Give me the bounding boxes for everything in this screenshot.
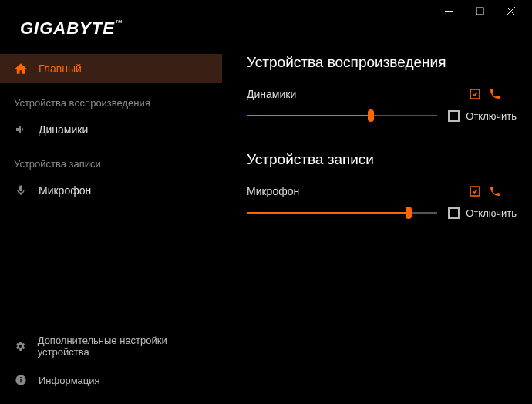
svg-rect-6 (20, 377, 21, 378)
minimize-button[interactable] (433, 0, 464, 22)
playback-device-label: Динамики (247, 88, 469, 100)
recording-title: Устройства записи (247, 151, 517, 168)
main-panel: Устройства воспроизведения Динамики (222, 22, 532, 404)
close-icon (507, 7, 515, 15)
recording-volume-slider[interactable] (247, 205, 437, 221)
sidebar-info[interactable]: Информация (0, 365, 222, 395)
sidebar-advanced[interactable]: Дополнительные настройки устройства (0, 327, 222, 365)
sidebar-speakers-label: Динамики (39, 123, 88, 136)
close-button[interactable] (495, 0, 526, 22)
sidebar-microphone-label: Микрофон (39, 184, 91, 197)
default-device-icon[interactable] (469, 88, 481, 100)
sidebar-recording-header: Устройства записи (0, 144, 222, 176)
sidebar-info-label: Информация (39, 375, 100, 386)
recording-device-label: Микрофон (247, 185, 469, 197)
nav-home-label: Главный (39, 62, 82, 75)
playback-section: Устройства воспроизведения Динамики (247, 54, 517, 123)
maximize-button[interactable] (464, 0, 495, 22)
home-icon (14, 62, 28, 76)
svg-rect-5 (20, 379, 21, 383)
maximize-icon (476, 7, 484, 15)
sidebar: Главный Устройства воспроизведения Динам… (0, 22, 222, 404)
recording-mute-label: Отключить (466, 207, 517, 219)
microphone-icon (14, 183, 28, 197)
sidebar-microphone[interactable]: Микрофон (0, 176, 222, 205)
playback-title: Устройства воспроизведения (247, 54, 517, 71)
default-device-icon[interactable] (469, 185, 481, 197)
playback-mute-checkbox[interactable] (448, 110, 460, 122)
communication-device-icon[interactable] (489, 185, 501, 197)
brand-logo: GIGABYTE™ (20, 19, 123, 39)
recording-section: Устройства записи Микрофон (247, 151, 517, 221)
info-icon (14, 373, 28, 387)
communication-device-icon[interactable] (489, 88, 501, 100)
sidebar-advanced-label: Дополнительные настройки устройства (38, 335, 208, 358)
speaker-icon (14, 123, 28, 136)
sidebar-speakers[interactable]: Динамики (0, 115, 222, 144)
playback-volume-slider[interactable] (247, 108, 437, 123)
nav-home[interactable]: Главный (0, 54, 222, 83)
svg-rect-1 (476, 8, 483, 15)
playback-mute-label: Отключить (466, 110, 517, 122)
minimize-icon (445, 7, 453, 15)
gear-icon (14, 339, 27, 353)
sidebar-playback-header: Устройства воспроизведения (0, 83, 222, 115)
recording-mute-checkbox[interactable] (448, 207, 460, 219)
